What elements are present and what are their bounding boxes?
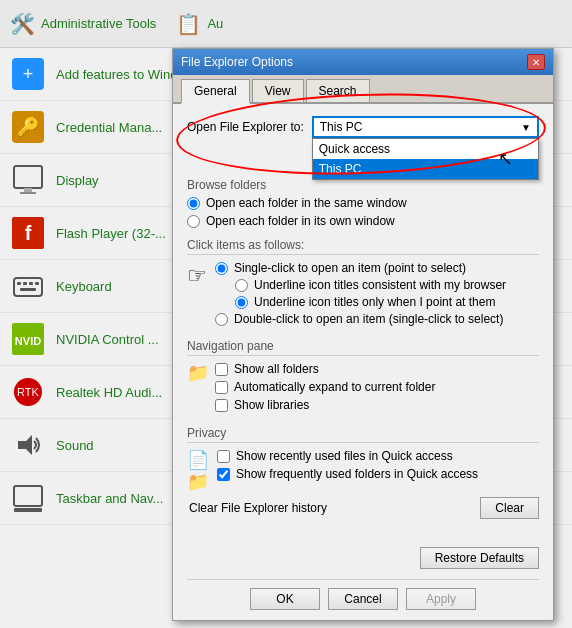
- click-items-content: ☞ Single-click to open an item (point to…: [187, 261, 539, 329]
- browse-own-window-row: Open each folder in its own window: [187, 214, 539, 228]
- dialog-title: File Explorer Options: [181, 55, 293, 69]
- sound-icon: [10, 427, 46, 463]
- auto-expand-checkbox[interactable]: [215, 381, 228, 394]
- dropdown-popup: Quick access This PC: [312, 138, 539, 180]
- single-click-row: Single-click to open an item (point to s…: [215, 261, 539, 275]
- tab-general[interactable]: General: [181, 79, 250, 104]
- clear-history-label: Clear File Explorer history: [189, 501, 327, 515]
- double-click-row: Double-click to open an item (single-cli…: [215, 312, 539, 326]
- hand-pointer-icon: ☞: [187, 263, 207, 289]
- browse-own-window-radio[interactable]: [187, 215, 200, 228]
- nav-folder-icon: 📁: [187, 362, 209, 384]
- sound-label: Sound: [56, 438, 94, 453]
- click-items-section: Click items as follows: ☞ Single-click t…: [187, 238, 539, 329]
- underline-pointer-row: Underline icon titles only when I point …: [235, 295, 539, 309]
- ok-button[interactable]: OK: [250, 588, 320, 610]
- show-all-folders-row: Show all folders: [215, 362, 435, 376]
- double-click-label: Double-click to open an item (single-cli…: [234, 312, 503, 326]
- flash-label: Flash Player (32-...: [56, 226, 166, 241]
- dropdown-selected-value: This PC: [320, 120, 521, 134]
- add-features-icon: +: [10, 56, 46, 92]
- recent-files-icon: 📄: [187, 449, 209, 471]
- click-items-header: Click items as follows:: [187, 238, 539, 255]
- single-click-radio[interactable]: [215, 262, 228, 275]
- realtek-label: Realtek HD Audi...: [56, 385, 162, 400]
- frequent-folders-checkbox[interactable]: [217, 468, 230, 481]
- admin-tools-label: Administrative Tools: [41, 16, 156, 31]
- browse-same-window-label: Open each folder in the same window: [206, 196, 407, 210]
- open-to-dropdown-container: This PC ▼ Quick access This PC: [312, 116, 539, 138]
- auto-expand-row: Automatically expand to current folder: [215, 380, 435, 394]
- svg-rect-22: [14, 508, 42, 512]
- nav-content: 📁 Show all folders Automatically expand …: [187, 362, 539, 416]
- browse-folders-section: Browse folders Open each folder in the s…: [187, 178, 539, 228]
- navigation-pane-header: Navigation pane: [187, 339, 539, 356]
- tab-search[interactable]: Search: [306, 79, 370, 102]
- flash-icon: f: [10, 215, 46, 251]
- underline-pointer-label: Underline icon titles only when I point …: [254, 295, 495, 309]
- open-file-explorer-row: Open File Explorer to: This PC ▼ Quick a…: [187, 116, 539, 138]
- svg-text:+: +: [23, 64, 34, 84]
- show-libraries-label: Show libraries: [234, 398, 309, 412]
- tab-view[interactable]: View: [252, 79, 304, 102]
- restore-row: Restore Defaults: [187, 547, 539, 569]
- realtek-icon: RTK: [10, 374, 46, 410]
- svg-rect-15: [20, 288, 36, 291]
- frequent-folders-label: Show frequently used folders in Quick ac…: [236, 467, 478, 481]
- browse-same-window-row: Open each folder in the same window: [187, 196, 539, 210]
- clear-button[interactable]: Clear: [480, 497, 539, 519]
- svg-marker-20: [18, 435, 32, 455]
- show-all-folders-checkbox[interactable]: [215, 363, 228, 376]
- dropdown-option-this-pc[interactable]: This PC: [313, 159, 538, 179]
- svg-text:🔑: 🔑: [17, 116, 40, 138]
- svg-text:RTK: RTK: [17, 386, 39, 398]
- privacy-header: Privacy: [187, 426, 539, 443]
- display-icon: [10, 162, 46, 198]
- ok-cancel-row: OK Cancel Apply: [187, 579, 539, 610]
- svg-text:NVID: NVID: [15, 335, 41, 347]
- auto-expand-label: Automatically expand to current folder: [234, 380, 435, 394]
- browse-same-window-radio[interactable]: [187, 197, 200, 210]
- underline-pointer-radio[interactable]: [235, 296, 248, 309]
- double-click-radio[interactable]: [215, 313, 228, 326]
- restore-defaults-button[interactable]: Restore Defaults: [420, 547, 539, 569]
- svg-rect-12: [23, 282, 27, 285]
- dropdown-option-quick-access[interactable]: Quick access: [313, 139, 538, 159]
- dialog-content: Open File Explorer to: This PC ▼ Quick a…: [173, 104, 553, 541]
- underline-consistent-radio[interactable]: [235, 279, 248, 292]
- show-libraries-row: Show libraries: [215, 398, 435, 412]
- credential-icon: 🔑: [10, 109, 46, 145]
- keyboard-icon: [10, 268, 46, 304]
- navigation-pane-section: Navigation pane 📁 Show all folders Autom…: [187, 339, 539, 416]
- cancel-button[interactable]: Cancel: [328, 588, 398, 610]
- show-libraries-checkbox[interactable]: [215, 399, 228, 412]
- click-options-group: Single-click to open an item (point to s…: [215, 261, 539, 329]
- svg-rect-13: [29, 282, 33, 285]
- credential-label: Credential Mana...: [56, 120, 162, 135]
- dropdown-arrow-icon: ▼: [521, 122, 531, 133]
- au-label: Au: [207, 16, 223, 31]
- svg-rect-5: [14, 166, 42, 188]
- nvidia-label: NVIDIA Control ...: [56, 332, 159, 347]
- nvidia-icon: NVID: [10, 321, 46, 357]
- open-to-dropdown[interactable]: This PC ▼: [312, 116, 539, 138]
- apply-button[interactable]: Apply: [406, 588, 476, 610]
- nav-checkboxes: Show all folders Automatically expand to…: [215, 362, 435, 416]
- browse-folders-label: Browse folders: [187, 178, 539, 192]
- single-click-label: Single-click to open an item (point to s…: [234, 261, 466, 275]
- file-explorer-options-dialog: File Explorer Options ✕ General View Sea…: [172, 48, 554, 621]
- svg-rect-21: [14, 486, 42, 506]
- dialog-titlebar: File Explorer Options ✕: [173, 49, 553, 75]
- privacy-icons: 📄 📁: [187, 449, 209, 493]
- clear-history-row: Clear File Explorer history Clear: [187, 497, 539, 519]
- browse-own-window-label: Open each folder in its own window: [206, 214, 395, 228]
- recent-files-checkbox[interactable]: [217, 450, 230, 463]
- frequent-folders-row: Show frequently used folders in Quick ac…: [217, 467, 539, 481]
- frequent-folders-icon: 📁: [187, 471, 209, 493]
- display-label: Display: [56, 173, 99, 188]
- dialog-close-button[interactable]: ✕: [527, 54, 545, 70]
- dialog-footer: Restore Defaults OK Cancel Apply: [173, 541, 553, 620]
- privacy-checkboxes: Show recently used files in Quick access…: [217, 449, 539, 485]
- recent-files-row: Show recently used files in Quick access: [217, 449, 539, 463]
- keyboard-label: Keyboard: [56, 279, 112, 294]
